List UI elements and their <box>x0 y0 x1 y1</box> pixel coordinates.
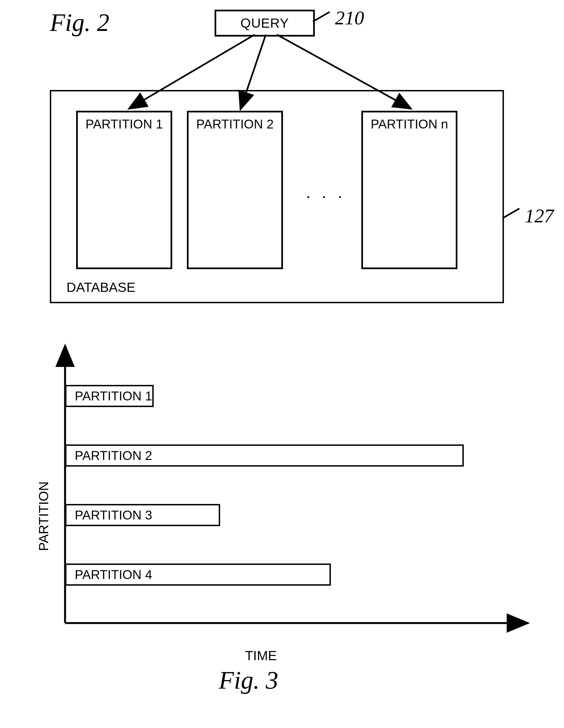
bar-partition-2: PARTITION 2 <box>65 444 464 467</box>
partition-n-label: PARTITION n <box>363 117 456 132</box>
bar-partition-1: PARTITION 1 <box>65 385 154 407</box>
chart-fig3: PARTITION 1PARTITION 2PARTITION 3PARTITI… <box>0 341 564 728</box>
bar-label-partition-4: PARTITION 4 <box>75 567 152 582</box>
x-axis-label: TIME <box>245 648 277 663</box>
bar-label-partition-2: PARTITION 2 <box>75 448 152 463</box>
partition-n-box: PARTITION n <box>361 111 457 269</box>
database-label: DATABASE <box>66 280 135 295</box>
ref-num-127: 127 <box>525 205 554 227</box>
ellipsis: . . . <box>306 183 346 202</box>
partition-1-label: PARTITION 1 <box>78 117 171 132</box>
bar-partition-3: PARTITION 3 <box>65 504 220 526</box>
partition-2-box: PARTITION 2 <box>187 111 283 269</box>
database-box: PARTITION 1 PARTITION 2 . . . PARTITION … <box>50 90 504 303</box>
bar-partition-4: PARTITION 4 <box>65 564 331 586</box>
bar-label-partition-1: PARTITION 1 <box>75 389 152 403</box>
bar-label-partition-3: PARTITION 3 <box>75 508 152 523</box>
figure-3-title: Fig. 3 <box>219 666 278 694</box>
page: Fig. 2 QUERY 210 PARTITION 1 PARTITION 2… <box>0 0 564 728</box>
partition-1-box: PARTITION 1 <box>76 111 172 269</box>
partition-2-label: PARTITION 2 <box>189 117 281 132</box>
y-axis-label: PARTITION <box>36 481 51 551</box>
bars-container: PARTITION 1PARTITION 2PARTITION 3PARTITI… <box>65 374 508 623</box>
